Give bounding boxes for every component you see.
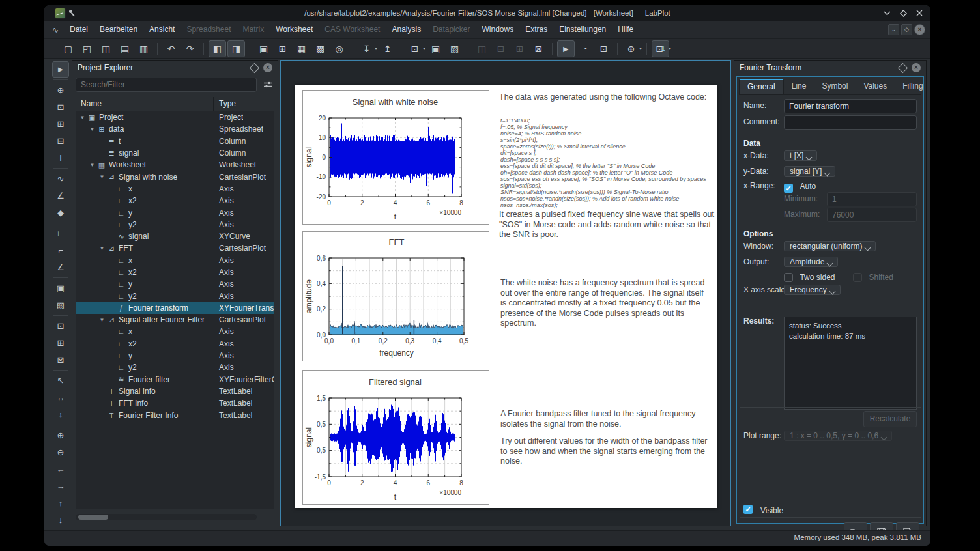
minimize-button[interactable] <box>882 8 891 18</box>
maximize-button[interactable] <box>899 8 908 18</box>
mdi-close-button[interactable]: × <box>914 24 925 35</box>
tree-item-signal-with-noise[interactable]: ▼⊿Signal with noiseCartesianPlot <box>76 171 274 182</box>
add-plot-grid-tool-icon[interactable]: ⊞ <box>52 335 69 351</box>
expander-icon[interactable]: ▼ <box>88 162 96 168</box>
close-properties-icon[interactable]: × <box>912 63 921 72</box>
expander-icon[interactable]: ▼ <box>88 126 96 132</box>
mdi-minimize-button[interactable]: ⌄ <box>888 24 899 35</box>
tree-item-x[interactable]: ∟xAxis <box>76 255 274 266</box>
menu-bearbeiten[interactable]: Bearbeiten <box>94 21 143 38</box>
tree-item-y2[interactable]: ∟y2Axis <box>76 219 274 231</box>
tree-item-y[interactable]: ∟yAxis <box>76 278 274 290</box>
maximum-input[interactable] <box>827 208 917 222</box>
expander-icon[interactable]: ▼ <box>98 174 106 180</box>
recalculate-button[interactable]: Recalculate <box>863 411 917 427</box>
window-select[interactable]: rectangular (uniform) <box>784 241 876 251</box>
minimum-input[interactable] <box>827 192 917 206</box>
new-matrix-button[interactable]: ▦ <box>293 40 310 57</box>
grid-layout-button[interactable]: ⊞ <box>511 40 528 57</box>
add-curve-tool-icon[interactable]: ∿ <box>52 171 69 187</box>
undo-button[interactable]: ↶ <box>162 40 180 57</box>
search-input[interactable] <box>76 78 257 92</box>
add-plot-custom-tool-icon[interactable]: ⊠ <box>52 352 69 368</box>
zoom-x-tool-icon[interactable]: ⊞ <box>52 116 69 132</box>
float-panel-icon[interactable] <box>250 63 260 74</box>
zoom-fit-button[interactable]: ⊡ <box>406 40 424 57</box>
menu-einstellungen[interactable]: Einstellungen <box>553 21 612 38</box>
tree-item-data[interactable]: ▼⊞dataSpreadsheet <box>76 123 274 135</box>
chevron-down-icon[interactable]: ▾ <box>375 46 377 51</box>
chevron-down-icon[interactable]: ▾ <box>669 46 671 51</box>
shift-right-tool-icon[interactable]: → <box>52 478 69 494</box>
horizontal-scrollbar[interactable] <box>76 514 257 520</box>
expander-icon[interactable]: ▼ <box>98 246 106 251</box>
tree-item-signal[interactable]: ≣signalColumn <box>76 147 274 159</box>
menu-ansicht[interactable]: Ansicht <box>143 21 180 38</box>
break-layout-button[interactable]: ⊠ <box>530 40 547 57</box>
zoom-select-mode-button[interactable]: ⊡ <box>595 40 612 57</box>
add-plot-area-tool-icon[interactable]: ⊡ <box>52 318 69 334</box>
new-note-button[interactable]: ◎ <box>330 40 348 57</box>
shift-left-tool-icon[interactable]: ← <box>52 461 69 477</box>
tree-item-worksheet[interactable]: ▼▦WorksheetWorksheet <box>76 159 274 171</box>
shifted-checkbox[interactable] <box>853 273 862 282</box>
plot-fft[interactable]: 0,00,10,20,30,40,50,00,20,40,6FFTamplitu… <box>302 231 489 361</box>
toggle-project-explorer-button[interactable]: ◧ <box>209 40 226 57</box>
tree-item-fft-info[interactable]: TFFT InfoTextLabel <box>76 397 274 409</box>
tree-item-t[interactable]: ≣tColumn <box>76 135 274 147</box>
ydata-select[interactable]: signal [Y] <box>784 166 835 177</box>
tab-line[interactable]: Line <box>784 79 814 94</box>
new-worksheet-button[interactable]: ▩ <box>311 40 329 57</box>
filter-options-icon[interactable] <box>261 79 274 91</box>
print-button[interactable]: ▤ <box>116 40 134 57</box>
add-axis-horizontal-tool-icon[interactable]: ⌐ <box>52 242 69 259</box>
comment-input[interactable] <box>784 115 917 130</box>
magnification-button[interactable]: ⊕ <box>622 40 640 57</box>
tree-item-fourier-transform[interactable]: ƒFourier transformXYFourierTransformCurv… <box>76 302 274 314</box>
add-text-label-button[interactable]: ▣ <box>427 40 444 57</box>
tree-item-x2[interactable]: ∟x2Axis <box>76 266 274 278</box>
new-workbook-button[interactable]: ▣ <box>255 40 272 57</box>
output-select[interactable]: Amplitude <box>784 257 838 267</box>
tree-item-x[interactable]: ∟xAxis <box>76 326 274 337</box>
tab-symbol[interactable]: Symbol <box>814 79 856 94</box>
add-axis-tool-icon[interactable]: ∟ <box>52 225 69 242</box>
redo-button[interactable]: ↷ <box>181 40 199 57</box>
column-header-type[interactable]: Type <box>214 97 236 111</box>
auto-scale-tool-icon[interactable]: ↖ <box>52 373 69 389</box>
shift-down-tool-icon[interactable]: ↓ <box>52 512 69 528</box>
mdi-restore-button[interactable]: ◇ <box>901 24 912 35</box>
zoom-region-tool-icon[interactable]: ⊡ <box>52 99 69 115</box>
open-project-button[interactable]: ◰ <box>78 40 96 57</box>
add-histogram-tool-icon[interactable]: ∠ <box>52 188 69 204</box>
save-button[interactable]: ◫ <box>97 40 115 57</box>
new-project-button[interactable]: ▢ <box>59 40 77 57</box>
menu-windows[interactable]: Windows <box>476 21 520 38</box>
plot-signal-with-noise[interactable]: 02468-20-1001020Signal with white noises… <box>302 90 489 225</box>
add-text-label-tool-icon[interactable]: ▣ <box>52 280 69 296</box>
import-button[interactable]: ↧ <box>358 40 375 57</box>
print-preview-button[interactable]: ▥ <box>135 40 152 57</box>
tree-column-headers[interactable]: Name Type <box>76 97 274 111</box>
auto-checkbox[interactable]: ✓ <box>784 184 793 193</box>
zoom-in-tool-icon[interactable]: ⊕ <box>52 427 69 444</box>
tree-item-y2[interactable]: ∟y2Axis <box>76 290 274 302</box>
menu-datei[interactable]: Datei <box>64 21 94 38</box>
chevron-down-icon[interactable]: ▾ <box>423 46 425 51</box>
add-axis-vertical-tool-icon[interactable]: ∠ <box>52 259 69 276</box>
expander-icon[interactable]: ▼ <box>98 317 106 323</box>
column-header-name[interactable]: Name <box>76 97 214 111</box>
add-image-button[interactable]: ▨ <box>446 40 463 57</box>
select-mode-button[interactable]: ► <box>557 40 575 57</box>
expander-icon[interactable]: ▼ <box>78 115 87 120</box>
horizontal-layout-button[interactable]: ⊟ <box>492 40 510 57</box>
tree-item-x2[interactable]: ∟x2Axis <box>76 195 274 206</box>
tree-item-y[interactable]: ∟yAxis <box>76 350 274 361</box>
menu-worksheet[interactable]: Worksheet <box>270 21 319 38</box>
data-operation-tool-icon[interactable]: ◆ <box>52 205 69 221</box>
menu-hilfe[interactable]: Hilfe <box>612 21 639 38</box>
float-properties-icon[interactable] <box>898 63 908 74</box>
auto-scale-y-tool-icon[interactable]: ↕ <box>52 406 69 423</box>
visible-checkbox[interactable]: ✓ <box>743 505 753 514</box>
xdata-select[interactable]: t [X] <box>784 150 817 161</box>
